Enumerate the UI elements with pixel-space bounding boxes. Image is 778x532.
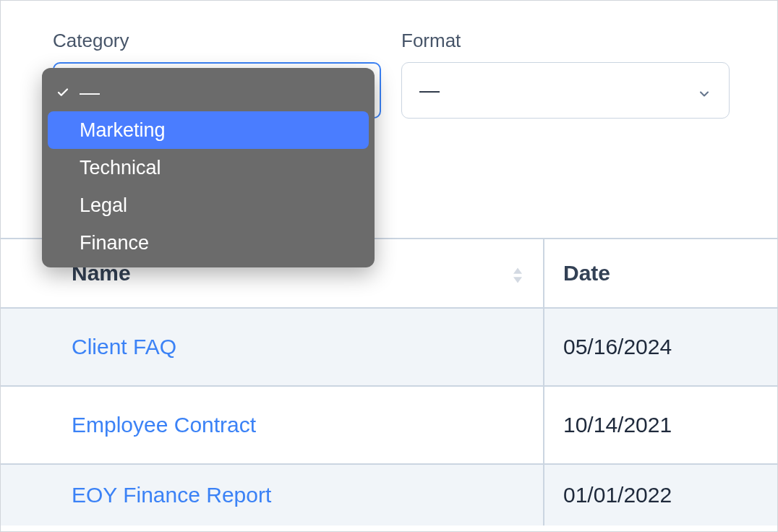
svg-marker-0: [513, 268, 522, 274]
dropdown-option-label: —: [80, 81, 99, 104]
column-header-date[interactable]: Date: [544, 239, 777, 307]
table-row: Employee Contract 10/14/2021: [1, 387, 777, 465]
table-cell-date: 10/14/2021: [544, 387, 777, 463]
document-link[interactable]: EOY Finance Report: [72, 483, 271, 507]
dropdown-option-label: Marketing: [80, 119, 166, 142]
date-value: 05/16/2024: [563, 335, 672, 359]
data-table: Name Date Client FAQ 05/16/2024 Employee…: [1, 238, 777, 525]
sort-icon: [511, 265, 524, 282]
filter-format: Format —: [401, 30, 730, 119]
document-link[interactable]: Client FAQ: [72, 335, 176, 359]
dropdown-option-label: Legal: [80, 194, 127, 217]
dropdown-option-legal[interactable]: Legal: [48, 186, 369, 224]
dropdown-option-label: Finance: [80, 232, 149, 254]
format-label: Format: [401, 30, 730, 52]
table-cell-name: EOY Finance Report: [53, 465, 544, 525]
format-select-value: —: [419, 79, 440, 102]
table-cell-name: Client FAQ: [53, 309, 544, 385]
dropdown-option-none[interactable]: —: [48, 74, 369, 111]
table-cell-date: 01/01/2022: [544, 465, 777, 525]
table-row: Client FAQ 05/16/2024: [1, 309, 777, 387]
dropdown-option-marketing[interactable]: Marketing: [48, 111, 369, 149]
check-icon: [56, 86, 75, 99]
dropdown-option-technical[interactable]: Technical: [48, 149, 369, 186]
chevron-down-icon: [697, 83, 711, 98]
format-select[interactable]: —: [401, 62, 730, 119]
date-value: 10/14/2021: [563, 413, 672, 437]
table-row: EOY Finance Report 01/01/2022: [1, 465, 777, 525]
table-cell-date: 05/16/2024: [544, 309, 777, 385]
category-dropdown-menu: — Marketing Technical Legal Finance: [42, 68, 375, 267]
dropdown-option-label: Technical: [80, 157, 161, 179]
date-value: 01/01/2022: [563, 483, 672, 507]
category-label: Category: [53, 30, 381, 52]
svg-marker-1: [513, 277, 522, 283]
dropdown-option-finance[interactable]: Finance: [48, 224, 369, 262]
column-header-date-label: Date: [563, 261, 610, 286]
table-cell-name: Employee Contract: [53, 387, 544, 463]
document-link[interactable]: Employee Contract: [72, 413, 256, 437]
